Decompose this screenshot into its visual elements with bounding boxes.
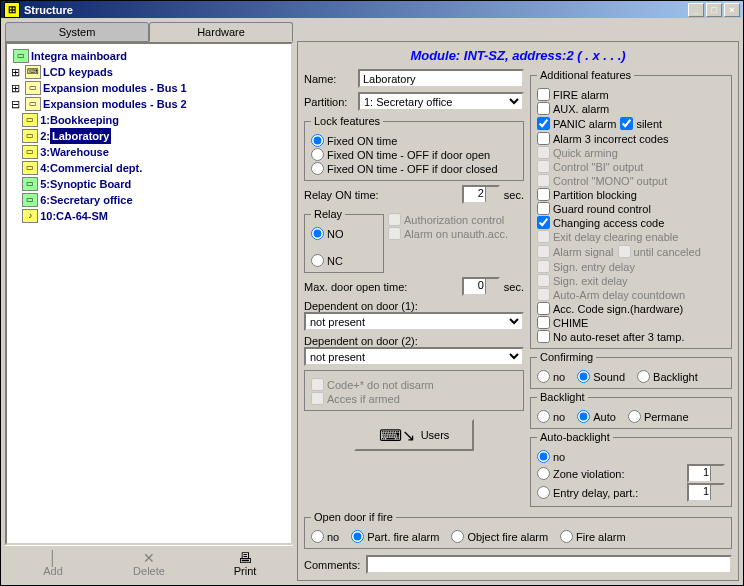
autoarm-checkbox[interactable]: Auto-Arm delay countdown	[537, 288, 725, 301]
tab-hardware[interactable]: Hardware	[149, 22, 293, 42]
comments-field[interactable]	[366, 555, 732, 574]
no-autoreset-checkbox[interactable]: No auto-reset after 3 tamp.	[537, 330, 725, 343]
lock-fixed-on[interactable]: Fixed ON time	[311, 134, 517, 147]
partition-block-checkbox[interactable]: Partition blocking	[537, 188, 725, 201]
quick-arming-checkbox[interactable]: Quick arming	[537, 146, 725, 159]
alarm3-checkbox[interactable]: Alarm 3 incorrect codes	[537, 132, 725, 145]
confirm-sound[interactable]: Sound	[577, 370, 625, 383]
relay-time-field[interactable]: 2	[462, 185, 500, 204]
dep2-select[interactable]: not present	[304, 347, 524, 366]
backlight-group: Backlight no Auto Permane	[530, 391, 732, 429]
tree-node[interactable]: ⊞ ▭Expansion modules - Bus 1	[11, 80, 287, 96]
lock-off-closed[interactable]: Fixed ON time - OFF if door closed	[311, 162, 517, 175]
max-door-field[interactable]: 0	[462, 277, 500, 296]
add-icon: │	[49, 551, 58, 565]
tab-system[interactable]: System	[5, 22, 149, 42]
tree-item[interactable]: ▭ 6: Secretary office	[11, 192, 287, 208]
name-field[interactable]	[358, 69, 524, 88]
until-canceled-checkbox[interactable]: until canceled	[618, 245, 701, 258]
module-icon: ▭	[22, 129, 38, 143]
additional-features-group: Additional features FIRE alarm AUX. alar…	[530, 69, 732, 349]
comments-label: Comments:	[304, 559, 360, 571]
control-mono-checkbox[interactable]: Control "MONO" output	[537, 174, 725, 187]
tree-item[interactable]: ▭ 1: Bookkeeping	[11, 112, 287, 128]
relay-nc[interactable]: NC	[311, 254, 343, 267]
relay-group: Relay NO NC	[304, 208, 384, 273]
close-button[interactable]: ×	[724, 3, 740, 17]
delete-button[interactable]: ✕Delete	[101, 546, 197, 581]
bus-icon: ▭	[25, 97, 41, 111]
backlight-auto[interactable]: Auto	[577, 410, 616, 423]
module-icon: ▭	[22, 113, 38, 127]
code-group: Code+* do not disarm Acces if armed	[304, 370, 524, 411]
print-icon: 🖶	[238, 551, 252, 565]
tree-node[interactable]: ⊞ ⌨LCD keypads	[11, 64, 287, 80]
panic-alarm-checkbox[interactable]: PANIC alarm	[537, 117, 616, 130]
relay-time-label: Relay ON time:	[304, 189, 458, 201]
control-bi-checkbox[interactable]: Control "BI" output	[537, 160, 725, 173]
app-icon: ⊞	[4, 2, 20, 18]
fire-part[interactable]: Part. fire alarm	[351, 530, 439, 543]
tree-item[interactable]: ▭ 5: Synoptic Board	[11, 176, 287, 192]
bus-icon: ▭	[25, 81, 41, 95]
users-button[interactable]: ⌨↘Users	[354, 419, 474, 451]
tree-item-selected[interactable]: ▭ 2: Laboratory	[11, 128, 287, 144]
autobl-entry[interactable]: Entry delay, part.:	[537, 486, 683, 499]
tree-item[interactable]: ♪10: CA-64-SM	[11, 208, 287, 224]
tree-item[interactable]: ▭ 4: Commercial dept.	[11, 160, 287, 176]
tree-item[interactable]: ▭ 3: Warehouse	[11, 144, 287, 160]
code-disarm-checkbox[interactable]: Code+* do not disarm	[311, 378, 517, 391]
backlight-no[interactable]: no	[537, 410, 565, 423]
autobl-zone[interactable]: Zone violation:	[537, 467, 683, 480]
relay-no[interactable]: NO	[311, 227, 344, 240]
open-door-fire-group: Open door if fire no Part. fire alarm Ob…	[304, 511, 732, 549]
auto-backlight-group: Auto-backlight no Zone violation:1 Entry…	[530, 431, 732, 507]
dep2-label: Dependent on door (2):	[304, 335, 418, 347]
acc-code-checkbox[interactable]: Acc. Code sign.(hardware)	[537, 302, 725, 315]
tree-view[interactable]: ▭Integra mainboard ⊞ ⌨LCD keypads ⊞ ▭Exp…	[5, 42, 293, 545]
sound-icon: ♪	[22, 209, 38, 223]
name-label: Name:	[304, 73, 354, 85]
print-button[interactable]: 🖶Print	[197, 546, 293, 581]
autobl-no[interactable]: no	[537, 450, 725, 463]
alarm-unauth-checkbox[interactable]: Alarm on unauth.acc.	[388, 227, 524, 240]
sign-entry-checkbox[interactable]: Sign. entry delay	[537, 260, 725, 273]
backlight-permanent[interactable]: Permane	[628, 410, 689, 423]
auth-control-checkbox[interactable]: Authorization control	[388, 213, 524, 226]
aux-alarm-checkbox[interactable]: AUX. alarm	[537, 102, 725, 115]
max-door-label: Max. door open time:	[304, 281, 458, 293]
minimize-button[interactable]: _	[688, 3, 704, 17]
keypad-hand-icon: ⌨↘	[379, 426, 415, 445]
maximize-button[interactable]: □	[706, 3, 722, 17]
exit-delay-checkbox[interactable]: Exit delay clearing enable	[537, 230, 725, 243]
add-button[interactable]: │Add	[5, 546, 101, 581]
confirm-backlight[interactable]: Backlight	[637, 370, 698, 383]
guard-round-checkbox[interactable]: Guard round control	[537, 202, 725, 215]
dep1-select[interactable]: not present	[304, 312, 524, 331]
fire-object[interactable]: Object fire alarm	[451, 530, 548, 543]
delete-icon: ✕	[143, 551, 155, 565]
confirming-group: Confirming no Sound Backlight	[530, 351, 732, 389]
silent-checkbox[interactable]: silent	[620, 117, 662, 130]
board-icon: ▭	[13, 49, 29, 63]
entry-part-field[interactable]: 1	[687, 483, 725, 502]
fire-alarm-checkbox[interactable]: FIRE alarm	[537, 88, 725, 101]
confirm-no[interactable]: no	[537, 370, 565, 383]
partition-select[interactable]: 1: Secretary office	[358, 92, 524, 111]
tree-node[interactable]: ⊟ ▭Expansion modules - Bus 2	[11, 96, 287, 112]
chime-checkbox[interactable]: CHIME	[537, 316, 725, 329]
fire-no[interactable]: no	[311, 530, 339, 543]
lock-features-group: Lock features Fixed ON time Fixed ON tim…	[304, 115, 524, 181]
lock-off-open[interactable]: Fixed ON time - OFF if door open	[311, 148, 517, 161]
zone-field[interactable]: 1	[687, 464, 725, 483]
tree-root[interactable]: ▭Integra mainboard	[11, 48, 287, 64]
alarm-signal-checkbox[interactable]: Alarm signal	[537, 245, 614, 258]
window-title: Structure	[24, 4, 73, 16]
sign-exit-checkbox[interactable]: Sign. exit delay	[537, 274, 725, 287]
board-icon: ▭	[22, 177, 38, 191]
access-armed-checkbox[interactable]: Acces if armed	[311, 392, 517, 405]
fire-alarm[interactable]: Fire alarm	[560, 530, 626, 543]
partition-label: Partition:	[304, 96, 354, 108]
change-access-checkbox[interactable]: Changing access code	[537, 216, 725, 229]
module-icon: ▭	[22, 161, 38, 175]
